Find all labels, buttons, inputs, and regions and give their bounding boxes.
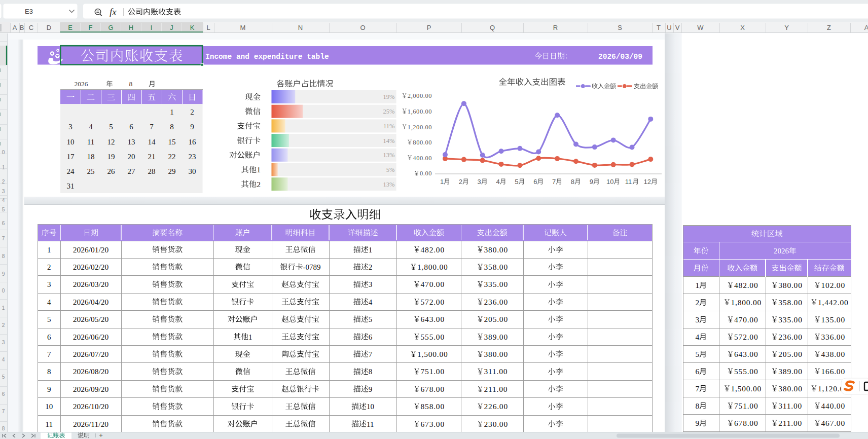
svg-text:S: S xyxy=(618,24,622,31)
svg-text:211.00: 211.00 xyxy=(778,419,802,427)
svg-text:6: 6 xyxy=(2,391,5,397)
svg-text:U: U xyxy=(667,24,671,31)
svg-text:311.00: 311.00 xyxy=(778,401,802,410)
svg-text:380.00: 380.00 xyxy=(484,245,508,254)
svg-text:9: 9 xyxy=(369,385,373,393)
svg-text:7: 7 xyxy=(2,409,5,414)
svg-text:14: 14 xyxy=(148,138,156,146)
svg-text:3: 3 xyxy=(2,189,5,194)
svg-text:6: 6 xyxy=(129,123,133,131)
svg-text:8: 8 xyxy=(129,80,133,88)
svg-text:2026/03/09: 2026/03/09 xyxy=(598,53,642,61)
svg-text:fx: fx xyxy=(110,7,117,17)
svg-text:W: W xyxy=(697,24,704,31)
svg-text:28: 28 xyxy=(148,167,156,175)
svg-text:2026/08/20: 2026/08/20 xyxy=(73,367,109,376)
svg-text:335.00: 335.00 xyxy=(484,280,508,288)
svg-text:I: I xyxy=(151,24,153,31)
svg-text:8: 8 xyxy=(47,368,51,376)
svg-text:A: A xyxy=(864,24,868,31)
svg-text:4: 4 xyxy=(89,123,93,131)
svg-text:1,800.00: 1,800.00 xyxy=(731,298,762,307)
svg-text:800.00: 800.00 xyxy=(413,139,432,146)
svg-text:29: 29 xyxy=(168,167,176,175)
svg-text:7: 7 xyxy=(150,123,154,131)
svg-text:1: 1 xyxy=(2,165,5,170)
svg-text:F: F xyxy=(89,24,93,31)
svg-text:10: 10 xyxy=(606,178,613,186)
svg-text:236.00: 236.00 xyxy=(484,298,508,306)
svg-text:2: 2 xyxy=(190,108,194,116)
svg-text:7: 7 xyxy=(695,384,699,393)
svg-text:3: 3 xyxy=(695,315,699,324)
svg-text:2026/10/20: 2026/10/20 xyxy=(73,402,109,411)
svg-text:4: 4 xyxy=(496,178,499,186)
svg-text:8: 8 xyxy=(369,368,373,376)
svg-text:673.00: 673.00 xyxy=(421,420,445,428)
svg-text:31: 31 xyxy=(67,182,75,190)
svg-text:Income and expenditure table: Income and expenditure table xyxy=(205,53,329,61)
svg-text:858.00: 858.00 xyxy=(421,402,445,411)
svg-text:751.00: 751.00 xyxy=(421,367,445,376)
svg-text:205.00: 205.00 xyxy=(484,315,508,323)
svg-text:0: 0 xyxy=(2,288,5,294)
svg-text:6: 6 xyxy=(369,333,373,341)
svg-text:25%: 25% xyxy=(383,108,395,115)
svg-text:25: 25 xyxy=(87,167,95,175)
svg-text:5: 5 xyxy=(47,315,51,323)
svg-text:5: 5 xyxy=(2,374,5,380)
svg-text:9: 9 xyxy=(190,123,194,131)
svg-text:2026/07/20: 2026/07/20 xyxy=(73,350,109,358)
svg-text:438.00: 438.00 xyxy=(821,350,845,358)
svg-text:M: M xyxy=(240,24,246,31)
svg-text:19: 19 xyxy=(107,153,115,161)
svg-text:6: 6 xyxy=(695,367,699,376)
svg-text:470.00: 470.00 xyxy=(734,315,758,324)
svg-text:2026: 2026 xyxy=(774,247,789,255)
svg-text:230.00: 230.00 xyxy=(484,420,508,428)
svg-text:380.00: 380.00 xyxy=(778,281,802,289)
svg-text:7: 7 xyxy=(552,178,556,186)
svg-text:11: 11 xyxy=(625,178,632,186)
svg-text:5%: 5% xyxy=(386,166,395,173)
svg-text:X: X xyxy=(740,24,745,31)
svg-text:358.00: 358.00 xyxy=(484,263,508,271)
svg-text:643.00: 643.00 xyxy=(734,350,758,358)
svg-text:482.00: 482.00 xyxy=(734,281,758,289)
svg-text:1,500.00: 1,500.00 xyxy=(731,384,762,393)
svg-text:18: 18 xyxy=(87,153,95,161)
svg-text:236.00: 236.00 xyxy=(778,333,802,341)
svg-text:2: 2 xyxy=(47,263,51,271)
svg-text:8: 8 xyxy=(170,123,174,131)
svg-text:5: 5 xyxy=(695,350,699,358)
svg-text:2026/02/20: 2026/02/20 xyxy=(73,263,109,271)
svg-text:13%: 13% xyxy=(383,152,395,159)
svg-text:12: 12 xyxy=(107,138,115,146)
svg-text:1: 1 xyxy=(369,246,373,254)
svg-text:16: 16 xyxy=(189,138,197,146)
svg-text:470.00: 470.00 xyxy=(421,280,445,288)
svg-text:7: 7 xyxy=(47,350,51,358)
svg-text:166.00: 166.00 xyxy=(821,367,845,376)
svg-text:1: 1 xyxy=(47,246,51,254)
svg-text:11: 11 xyxy=(87,138,94,146)
svg-text:1: 1 xyxy=(170,108,174,116)
svg-text:335.00: 335.00 xyxy=(778,315,802,324)
svg-text:9: 9 xyxy=(2,271,5,277)
svg-text:17: 17 xyxy=(67,153,75,161)
svg-text:8: 8 xyxy=(2,426,5,431)
svg-text:1: 1 xyxy=(248,333,252,341)
svg-text:5: 5 xyxy=(515,178,518,186)
svg-text:K: K xyxy=(190,24,195,31)
svg-text:10: 10 xyxy=(45,403,53,411)
svg-text:389.00: 389.00 xyxy=(484,333,508,341)
svg-text:1,200.00: 1,200.00 xyxy=(408,124,432,131)
svg-text:400.00: 400.00 xyxy=(413,155,432,162)
svg-text:678.00: 678.00 xyxy=(421,385,445,393)
svg-text:678.00: 678.00 xyxy=(734,419,758,427)
svg-text:3: 3 xyxy=(68,123,73,131)
svg-text:211.00: 211.00 xyxy=(484,385,508,393)
svg-text:5: 5 xyxy=(369,315,373,323)
svg-text:482.00: 482.00 xyxy=(421,245,445,254)
svg-text:1,500.00: 1,500.00 xyxy=(417,350,448,358)
